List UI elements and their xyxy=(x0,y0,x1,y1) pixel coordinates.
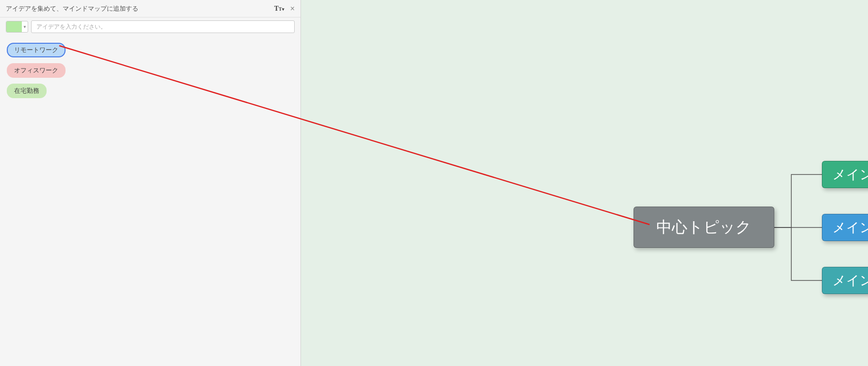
idea-input[interactable] xyxy=(31,20,295,33)
idea-tag-list: リモートワークオフィスワーク在宅勤務 xyxy=(0,36,300,105)
text-style-icon[interactable]: TT▾ xyxy=(274,5,284,13)
color-swatch-picker[interactable]: ▼ xyxy=(6,21,28,33)
mindmap-canvas[interactable]: 中心トピック メイントピック メイントピック メイントピック ドラッグして追加 xyxy=(301,0,868,366)
sidebar-title: アイデアを集めて、マインドマップに追加する xyxy=(6,4,274,13)
main-topic-node-1[interactable]: メイントピック xyxy=(822,161,868,188)
close-icon[interactable]: × xyxy=(290,5,295,13)
sidebar-header-buttons: TT▾ × xyxy=(274,5,295,13)
idea-sidebar: アイデアを集めて、マインドマップに追加する TT▾ × ▼ リモートワークオフィ… xyxy=(0,0,301,366)
idea-input-row: ▼ xyxy=(0,17,300,36)
main-topic-node-3[interactable]: メイントピック xyxy=(822,267,868,294)
central-topic-node[interactable]: 中心トピック xyxy=(634,207,774,248)
node-label: メイントピック xyxy=(833,272,868,289)
swatch-fill xyxy=(6,21,22,32)
idea-tag[interactable]: オフィスワーク xyxy=(7,63,66,78)
node-label: 中心トピック xyxy=(656,217,751,238)
node-label: メイントピック xyxy=(833,166,868,183)
idea-tag[interactable]: 在宅勤務 xyxy=(7,84,47,98)
node-connectors xyxy=(301,0,868,366)
chevron-down-icon: ▼ xyxy=(22,25,28,29)
main-topic-node-2[interactable]: メイントピック xyxy=(822,214,868,241)
node-label: メイントピック xyxy=(833,219,868,236)
idea-tag[interactable]: リモートワーク xyxy=(7,43,66,57)
sidebar-header: アイデアを集めて、マインドマップに追加する TT▾ × xyxy=(0,0,300,17)
